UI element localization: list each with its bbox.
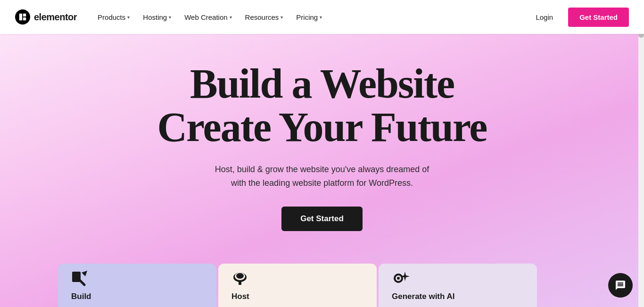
hosting-chevron-icon: ▾: [169, 15, 171, 20]
build-icon: [71, 270, 88, 289]
hero-section: Build a Website Create Your Future Host,…: [0, 34, 644, 307]
nav-item-web-creation[interactable]: Web Creation ▾: [179, 9, 237, 25]
logo-text: elementor: [34, 12, 77, 23]
hero-title-line2: Create Your Future: [157, 104, 487, 150]
login-button[interactable]: Login: [528, 9, 561, 25]
nav-item-pricing[interactable]: Pricing ▾: [290, 9, 328, 25]
navbar-right: Login Get Started: [528, 8, 629, 27]
hero-subtitle-line2: with the leading website platform for Wo…: [231, 178, 413, 188]
svg-point-11: [397, 277, 400, 280]
svg-point-7: [236, 273, 244, 279]
card-ai-label: Generate with AI: [392, 292, 455, 301]
nav-item-hosting[interactable]: Hosting ▾: [137, 9, 177, 25]
ai-icon: [392, 270, 411, 289]
svg-rect-2: [23, 17, 26, 20]
hero-title: Build a Website Create Your Future: [157, 62, 487, 149]
scrollbar[interactable]: [638, 0, 644, 307]
logo-icon: [15, 9, 30, 25]
card-build[interactable]: Build: [58, 264, 216, 307]
card-host-label: Host: [231, 292, 249, 301]
card-build-label: Build: [71, 292, 91, 301]
nav-item-products[interactable]: Products ▾: [92, 9, 135, 25]
cards-row: Build Host Gen: [58, 264, 586, 307]
pricing-label: Pricing: [296, 13, 318, 21]
svg-rect-1: [23, 14, 26, 17]
pricing-chevron-icon: ▾: [320, 15, 322, 20]
get-started-nav-button[interactable]: Get Started: [568, 8, 629, 27]
navbar-left: elementor Products ▾ Hosting ▾ Web Creat…: [15, 9, 328, 25]
host-icon: [231, 270, 248, 289]
hero-get-started-button[interactable]: Get Started: [281, 207, 363, 231]
navbar: elementor Products ▾ Hosting ▾ Web Creat…: [0, 0, 644, 34]
card-ai[interactable]: Generate with AI: [379, 264, 537, 307]
nav-links: Products ▾ Hosting ▾ Web Creation ▾ Reso…: [92, 9, 328, 25]
hero-title-line1: Build a Website: [190, 61, 454, 107]
svg-marker-4: [82, 271, 87, 276]
svg-rect-0: [19, 14, 22, 20]
resources-chevron-icon: ▾: [281, 15, 283, 20]
chat-widget-button[interactable]: [608, 273, 633, 298]
web-creation-chevron-icon: ▾: [230, 15, 232, 20]
web-creation-label: Web Creation: [184, 13, 227, 21]
logo[interactable]: elementor: [15, 9, 77, 25]
hosting-label: Hosting: [143, 13, 167, 21]
svg-rect-8: [239, 280, 241, 285]
products-chevron-icon: ▾: [127, 15, 130, 20]
resources-label: Resources: [245, 13, 279, 21]
nav-item-resources[interactable]: Resources ▾: [239, 9, 289, 25]
hero-subtitle-line1: Host, build & grow the website you've al…: [215, 165, 429, 174]
card-host[interactable]: Host: [218, 264, 377, 307]
hero-subtitle: Host, build & grow the website you've al…: [215, 163, 429, 190]
products-label: Products: [98, 13, 125, 21]
